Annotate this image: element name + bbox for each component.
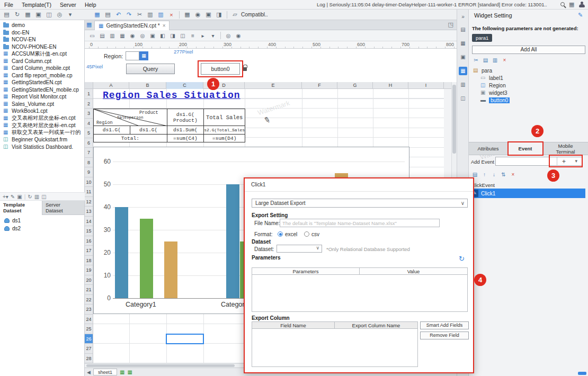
- row-header[interactable]: 2: [85, 99, 93, 109]
- refresh-icon[interactable]: ↻: [13, 11, 22, 18]
- add-event-dropdown-icon[interactable]: ▾: [575, 158, 577, 164]
- row-header[interactable]: 24: [85, 315, 93, 325]
- cell-a4[interactable]: ds1.G(: [94, 126, 130, 135]
- dataset-tab[interactable]: Template Dataset: [0, 201, 42, 215]
- cell-c3[interactable]: ds1.G( Product): [167, 109, 204, 126]
- cell-attr-panel-icon[interactable]: ▤: [459, 25, 467, 34]
- file-name-input[interactable]: [280, 219, 440, 227]
- row-header[interactable]: 11: [85, 187, 93, 197]
- column-header[interactable]: I: [408, 82, 444, 89]
- copy-icon[interactable]: ▥: [146, 11, 155, 18]
- preview-icon[interactable]: ◉: [193, 11, 202, 18]
- tab-mobile-terminal[interactable]: Mobile Terminal: [543, 142, 588, 155]
- connection-icon[interactable]: ◫: [41, 194, 46, 200]
- file-tree-item[interactable]: Card Column_mobile.cpt: [0, 65, 84, 72]
- add-chart-sheet-icon[interactable]: ▦: [127, 369, 132, 375]
- edit-dataset-icon[interactable]: ✎: [11, 194, 15, 200]
- textarea-widget-icon[interactable]: ▤: [98, 33, 106, 39]
- user-icon[interactable]: [579, 2, 585, 7]
- widget-tree-item[interactable]: para: [470, 67, 586, 74]
- tab-attributes[interactable]: Attributes: [469, 142, 508, 155]
- widget-tree-item[interactable]: label1: [470, 74, 586, 82]
- widget-tree-item[interactable]: widget3: [470, 89, 586, 96]
- widget-search-icon[interactable]: ◉: [234, 33, 243, 39]
- row-header[interactable]: 13: [85, 207, 93, 217]
- sort-events-icon[interactable]: ⇅: [500, 172, 507, 177]
- param-chip[interactable]: para1: [472, 34, 492, 42]
- row-header[interactable]: 6: [85, 138, 93, 148]
- file-tree-item[interactable]: Card Column.cpt: [0, 58, 84, 65]
- row-header[interactable]: 9: [85, 167, 93, 177]
- report-title-cell[interactable]: Region Sales Situation: [103, 90, 240, 101]
- column-header[interactable]: B: [129, 82, 166, 89]
- cut-icon[interactable]: ✂: [135, 11, 144, 18]
- label-widget-icon[interactable]: ▾: [209, 33, 217, 39]
- checkbox-widget-icon[interactable]: ◎: [138, 33, 147, 39]
- row-header[interactable]: 4: [85, 119, 93, 129]
- delete-event-icon[interactable]: ×: [509, 172, 517, 177]
- menu-template[interactable]: Template(T): [22, 2, 51, 8]
- close-tab-icon[interactable]: ×: [163, 23, 166, 29]
- row-header[interactable]: 22: [85, 295, 93, 305]
- row-header[interactable]: 15: [85, 226, 93, 236]
- event-type-select[interactable]: Large Dataset Export ∨: [252, 199, 468, 208]
- menu-server[interactable]: Server: [60, 2, 76, 8]
- tree-widget-icon[interactable]: ◫: [179, 33, 187, 39]
- smart-add-fields-button[interactable]: Smart Add Fields: [420, 321, 469, 329]
- file-tree-item[interactable]: GettingStartedEN_mobile.cp: [0, 86, 84, 94]
- cell-c5[interactable]: =sum(C4): [167, 135, 204, 142]
- number-widget-icon[interactable]: ▥: [108, 33, 117, 39]
- vertical-scroll-thumb[interactable]: [452, 85, 456, 154]
- refresh-dataset-icon[interactable]: ↻: [28, 194, 32, 200]
- refresh-params-icon[interactable]: ↻: [459, 255, 465, 263]
- file-tree-item[interactable]: Visit Statistics Dashboard.: [0, 144, 84, 151]
- panel-icon[interactable]: ▣: [34, 11, 43, 18]
- prev-sheet-icon[interactable]: ◀: [87, 370, 91, 375]
- menu-file[interactable]: File: [4, 2, 13, 8]
- add-all-button[interactable]: Add All: [472, 46, 585, 54]
- add-event-plus-icon[interactable]: +: [562, 158, 566, 165]
- save-icon[interactable]: ▦: [93, 11, 102, 18]
- row-header[interactable]: 7: [85, 148, 93, 158]
- dataset-tab[interactable]: Server Dataset: [42, 201, 85, 215]
- select-all-corner[interactable]: [85, 82, 93, 89]
- row-header[interactable]: 27: [85, 344, 93, 354]
- cell-element-panel-icon[interactable]: ▦: [459, 39, 467, 48]
- columns-icon[interactable]: ◫: [44, 11, 54, 18]
- row-header[interactable]: 20: [85, 275, 93, 285]
- copy-widget-icon[interactable]: ▤: [482, 57, 489, 63]
- compat-mode-label[interactable]: Compatibl..: [241, 12, 268, 17]
- tab-event[interactable]: Event: [508, 142, 543, 155]
- cell-c4[interactable]: ds1.Sum(: [167, 126, 204, 135]
- file-tree-item[interactable]: doc-EN: [0, 29, 84, 37]
- cell-a5-total[interactable]: Total:: [94, 135, 167, 142]
- combocheck-widget-icon[interactable]: ◧: [158, 33, 167, 39]
- row-header[interactable]: 12: [85, 197, 93, 207]
- dataset-item[interactable]: ds2: [0, 225, 85, 232]
- copy-event-icon[interactable]: ▤: [471, 172, 479, 177]
- param-table-body[interactable]: [252, 275, 468, 312]
- file-tree-item[interactable]: NCOV-EN: [0, 36, 84, 43]
- more-widgets-icon[interactable]: ◎: [224, 33, 233, 39]
- cell-d3[interactable]: Total Sales: [204, 109, 245, 126]
- row-header[interactable]: 1: [85, 89, 93, 99]
- cell-d5[interactable]: =sum(D4): [204, 135, 245, 142]
- window-layout-icon[interactable]: ▦: [569, 1, 574, 8]
- row-header[interactable]: 21: [85, 285, 93, 295]
- paste-icon[interactable]: ▥: [156, 11, 165, 18]
- dataset-item[interactable]: ds1: [0, 217, 85, 225]
- float-element-panel-icon[interactable]: ▣: [459, 53, 467, 61]
- format-csv-radio[interactable]: [304, 231, 309, 237]
- target-icon[interactable]: ◎: [55, 11, 64, 18]
- query-button[interactable]: Query: [126, 64, 175, 74]
- split-icon[interactable]: ◨: [215, 11, 224, 18]
- format-csv-label[interactable]: csv: [311, 231, 319, 237]
- file-tree-item[interactable]: 交叉表绝对层次坐标-en.cpt: [0, 122, 84, 129]
- file-tree-item[interactable]: 获取交叉表某一列或某一行的: [0, 129, 84, 137]
- file-tree-item[interactable]: ACCSUM累计值-en.cpt: [0, 50, 84, 58]
- add-dataset-icon[interactable]: +▾: [3, 194, 8, 200]
- format-excel-radio[interactable]: [278, 231, 283, 237]
- delete-widget-icon[interactable]: ×: [501, 57, 509, 63]
- edit-panel-icon[interactable]: ✎: [578, 12, 583, 19]
- cell-b4[interactable]: ds1.G(: [130, 126, 167, 135]
